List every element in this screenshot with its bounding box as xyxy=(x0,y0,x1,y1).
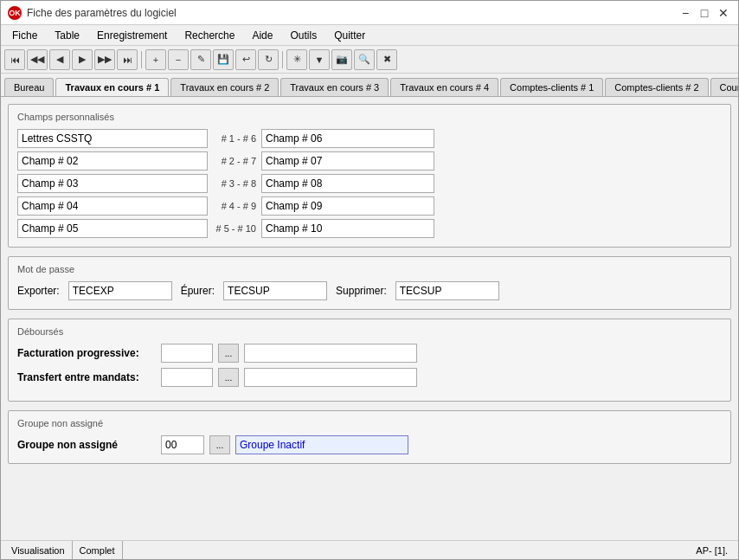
transfert-input-wide[interactable] xyxy=(244,368,417,387)
facturation-btn[interactable]: ... xyxy=(218,344,239,363)
right-text: AP- [1]. xyxy=(696,545,728,556)
title-bar-left: OK Fiche des paramètres du logiciel xyxy=(8,6,177,20)
tab-courriels[interactable]: Courriels du bure. xyxy=(710,78,738,96)
star-button[interactable]: ✳ xyxy=(286,49,307,70)
champ-right-5[interactable] xyxy=(261,219,434,238)
champ-left-2[interactable] xyxy=(17,151,208,171)
champ-right-2[interactable] xyxy=(261,151,434,171)
champ-label-2: # 2 - # 7 xyxy=(213,156,256,166)
menu-enregistrement[interactable]: Enregistrement xyxy=(89,27,175,44)
toolbar: ⏮ ◀◀ ◀ ▶ ▶▶ ⏭ + − ✎ 💾 ↩ ↻ ✳ ▼ 📷 🔍 ✖ xyxy=(1,46,738,74)
first-button[interactable]: ⏮ xyxy=(4,49,25,70)
groupe-input-wide[interactable] xyxy=(235,435,408,454)
facturation-label: Facturation progressive: xyxy=(17,347,156,359)
champ-left-3[interactable] xyxy=(17,174,208,193)
prev-button[interactable]: ◀ xyxy=(49,49,70,70)
separator-1 xyxy=(141,51,142,68)
minimize-button[interactable]: − xyxy=(678,5,693,21)
champ-row-5: # 5 - # 10 xyxy=(17,219,722,238)
delete-button[interactable]: − xyxy=(168,49,189,70)
epurer-label: Épurer: xyxy=(181,285,215,297)
groupe-label: Groupe non assigné xyxy=(17,439,156,451)
status-bar: Visualisation Complet AP- [1]. xyxy=(1,540,738,559)
tabs-bar: Bureau Travaux en cours # 1 Travaux en c… xyxy=(1,74,738,97)
filter-button[interactable]: ▼ xyxy=(309,49,330,70)
tab-travaux-4[interactable]: Travaux en cours # 4 xyxy=(390,78,498,96)
main-window: OK Fiche des paramètres du logiciel − □ … xyxy=(0,0,739,560)
mode-text: Complet xyxy=(80,545,115,556)
champ-right-1[interactable] xyxy=(261,129,434,148)
groupe-btn[interactable]: ... xyxy=(209,435,230,454)
maximize-button[interactable]: □ xyxy=(697,5,712,21)
status-mode: Complet xyxy=(73,541,123,559)
status-right: AP- [1]. xyxy=(689,541,735,559)
tab-comptes-1[interactable]: Comptes-clients # 1 xyxy=(500,78,603,96)
champ-right-3[interactable] xyxy=(261,174,434,193)
mot-passe-title: Mot de passe xyxy=(17,264,722,274)
close-button[interactable]: ✕ xyxy=(716,5,731,21)
separator-2 xyxy=(282,51,283,68)
champ-left-1[interactable] xyxy=(17,129,208,148)
menu-outils[interactable]: Outils xyxy=(282,27,325,44)
search-button[interactable]: 🔍 xyxy=(354,49,375,70)
facturation-input-wide[interactable] xyxy=(244,344,417,363)
champs-section-title: Champs personnalisés xyxy=(17,112,722,122)
next-fast-button[interactable]: ▶▶ xyxy=(94,49,115,70)
supprimer-input[interactable] xyxy=(395,281,499,300)
status-visualisation: Visualisation xyxy=(4,541,73,559)
visualisation-label: Visualisation xyxy=(11,545,65,556)
tab-travaux-3[interactable]: Travaux en cours # 3 xyxy=(280,78,389,96)
debourses-row-1: Facturation progressive: ... xyxy=(17,344,722,363)
champ-label-5: # 5 - # 10 xyxy=(213,223,256,234)
next-button[interactable]: ▶ xyxy=(72,49,93,70)
exporter-label: Exporter: xyxy=(17,285,60,297)
facturation-input-small[interactable] xyxy=(161,344,213,363)
save-button[interactable]: 💾 xyxy=(213,49,234,70)
champ-label-3: # 3 - # 8 xyxy=(213,178,256,189)
champ-row-4: # 4 - # 9 xyxy=(17,196,722,216)
champs-section: Champs personnalisés # 1 - # 6 # 2 - # 7… xyxy=(8,104,731,248)
menu-fiche[interactable]: Fiche xyxy=(4,27,45,44)
tab-travaux-2[interactable]: Travaux en cours # 2 xyxy=(170,78,279,96)
menu-table[interactable]: Table xyxy=(47,27,87,44)
menu-quitter[interactable]: Quitter xyxy=(326,27,373,44)
champ-left-5[interactable] xyxy=(17,219,208,238)
tab-comptes-2[interactable]: Comptes-clients # 2 xyxy=(605,78,708,96)
last-button[interactable]: ⏭ xyxy=(117,49,138,70)
menu-bar: Fiche Table Enregistrement Recherche Aid… xyxy=(1,25,738,46)
mot-passe-row: Exporter: Épurer: Supprimer: xyxy=(17,281,722,300)
champ-row-1: # 1 - # 6 xyxy=(17,129,722,148)
champ-row-3: # 3 - # 8 xyxy=(17,174,722,193)
menu-recherche[interactable]: Recherche xyxy=(177,27,242,44)
tab-bureau[interactable]: Bureau xyxy=(4,78,54,96)
epurer-input[interactable] xyxy=(223,281,327,300)
window-title: Fiche des paramètres du logiciel xyxy=(27,7,177,19)
camera-button[interactable]: 📷 xyxy=(331,49,352,70)
transfert-input-small[interactable] xyxy=(161,368,213,387)
debourses-section: Déboursés Facturation progressive: ... T… xyxy=(8,319,731,402)
title-bar: OK Fiche des paramètres du logiciel − □ … xyxy=(1,1,738,25)
transfert-btn[interactable]: ... xyxy=(218,368,239,387)
edit-button[interactable]: ✎ xyxy=(190,49,211,70)
refresh-button[interactable]: ↻ xyxy=(258,49,279,70)
champ-label-1: # 1 - # 6 xyxy=(213,133,256,144)
mot-passe-section: Mot de passe Exporter: Épurer: Supprimer… xyxy=(8,256,731,310)
groupe-section-title: Groupe non assigné xyxy=(17,418,722,428)
add-button[interactable]: + xyxy=(145,49,166,70)
champ-label-4: # 4 - # 9 xyxy=(213,201,256,211)
debourses-row-2: Transfert entre mandats: ... xyxy=(17,368,722,387)
tab-travaux-1[interactable]: Travaux en cours # 1 xyxy=(55,78,169,97)
champs-grid: # 1 - # 6 # 2 - # 7 # 3 - # 8 # 4 - # 9 xyxy=(17,129,722,238)
menu-aide[interactable]: Aide xyxy=(244,27,280,44)
groupe-section: Groupe non assigné Groupe non assigné ..… xyxy=(8,410,731,464)
prev-fast-button[interactable]: ◀◀ xyxy=(27,49,48,70)
champ-right-4[interactable] xyxy=(261,196,434,216)
champ-left-4[interactable] xyxy=(17,196,208,216)
cancel-button[interactable]: ↩ xyxy=(235,49,256,70)
groupe-input-small[interactable] xyxy=(161,435,204,454)
close-x-button[interactable]: ✖ xyxy=(376,49,397,70)
title-controls: − □ ✕ xyxy=(678,5,731,21)
groupe-row: Groupe non assigné ... xyxy=(17,435,722,454)
exporter-input[interactable] xyxy=(68,281,172,300)
debourses-title: Déboursés xyxy=(17,326,722,337)
